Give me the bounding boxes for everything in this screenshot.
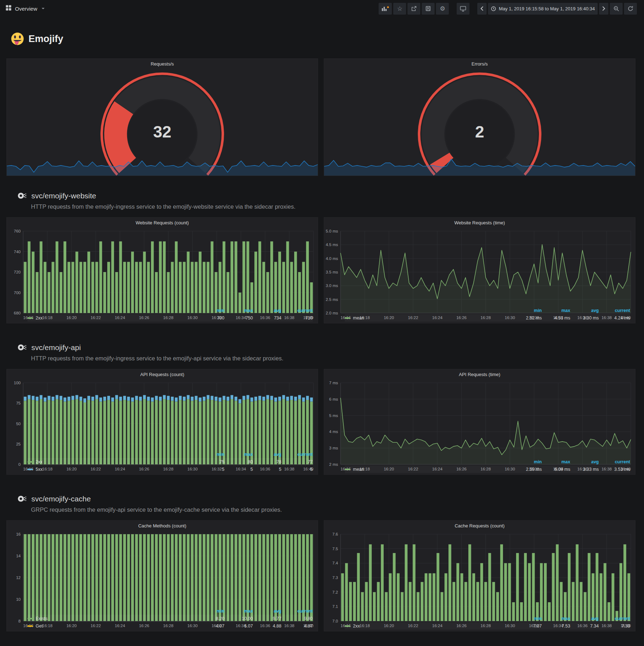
api-requests-count-panel: API Requests (count) 025507510016:1616:1… <box>6 369 318 475</box>
svg-text:25: 25 <box>16 442 21 446</box>
legend-stat: 80 <box>224 459 253 464</box>
legend-header-min[interactable]: min <box>196 609 224 614</box>
tv-mode-button[interactable] <box>457 3 469 15</box>
legend-header-current[interactable]: current <box>599 459 630 464</box>
legend-header: minmaxavgcurrent <box>27 608 313 615</box>
legend-header-avg[interactable]: avg <box>253 609 281 614</box>
requests-gauge-panel: Requests/s 32 <box>6 58 318 176</box>
legend-header-avg[interactable]: avg <box>570 459 599 464</box>
legend-header-avg[interactable]: avg <box>253 452 281 457</box>
svg-text:3 ms: 3 ms <box>329 446 338 450</box>
add-panel-button[interactable] <box>379 3 392 15</box>
time-range-label: May 1, 2019 16:15:58 to May 1, 2019 16:4… <box>499 6 595 11</box>
legend-header-current[interactable]: current <box>281 308 313 313</box>
panel-title[interactable]: API Requests (time) <box>324 369 635 380</box>
zoom-out-button[interactable] <box>610 3 623 15</box>
panel-title[interactable]: Website Requests (count) <box>7 218 318 228</box>
star-button[interactable]: ☆ <box>393 3 406 15</box>
legend-header-avg[interactable]: avg <box>570 308 599 313</box>
legend-header-max[interactable]: max <box>224 452 253 457</box>
save-button[interactable] <box>422 3 435 15</box>
svg-text:2.5 ms: 2.5 ms <box>326 297 338 302</box>
panel-title[interactable]: Errors/s <box>324 59 635 69</box>
legend-stat: 4.88 <box>253 624 281 629</box>
legend-header-min[interactable]: min <box>513 459 542 464</box>
legend-header-max[interactable]: max <box>224 308 253 313</box>
errors-gauge-panel: Errors/s 2 <box>324 58 635 176</box>
legend-header: minmaxavgcurrent <box>345 615 630 622</box>
svg-text:7.1: 7.1 <box>332 604 338 609</box>
chevron-down-icon[interactable] <box>42 8 45 9</box>
dashboard-title[interactable]: Overview <box>15 6 37 12</box>
section-emojify-api: svc/emojify-api HTTP requests from the e… <box>6 343 635 362</box>
legend-series-mean[interactable]: mean <box>345 316 513 321</box>
legend-stat: 5 <box>224 467 253 472</box>
svg-text:7.5: 7.5 <box>332 547 338 551</box>
legend-header-max[interactable]: max <box>542 308 570 313</box>
svg-text:740: 740 <box>14 250 21 254</box>
share-icon <box>411 6 417 11</box>
legend-header-avg[interactable]: avg <box>570 616 599 621</box>
apps-grid-icon[interactable] <box>6 5 11 12</box>
settings-button[interactable]: ⚙ <box>436 3 449 15</box>
legend-header-max[interactable]: max <box>542 459 570 464</box>
legend-header-current[interactable]: current <box>281 609 313 614</box>
series-color-swatch <box>345 625 350 627</box>
legend-header-min[interactable]: min <box>196 452 224 457</box>
chart-legend: minmaxavgcurrent2xx758078775xx5555 <box>7 451 318 474</box>
section-description: HTTP requests from the emojify-ingress s… <box>17 203 635 210</box>
time-back-button[interactable] <box>477 3 487 15</box>
refresh-button[interactable] <box>624 3 637 15</box>
legend-stat: 9.77 <box>253 616 281 621</box>
legend-stat: 7.33 <box>599 624 630 629</box>
top-navbar: Overview ☆ ⚙ May 1, 2019 16:15:58 to May… <box>0 0 644 17</box>
legend-stat: 3.30 ms <box>570 316 599 321</box>
panel-title[interactable]: Cache Requests (count) <box>324 521 635 531</box>
legend-stat: 4.07 <box>196 624 224 629</box>
legend-series-row: Exists8.2010.009.779.80 <box>27 615 313 622</box>
legend-header-min[interactable]: min <box>513 616 542 621</box>
chart-legend: minmaxavgcurrentExists8.2010.009.779.80G… <box>7 608 318 631</box>
panel-title[interactable]: Website Requests (time) <box>324 218 635 228</box>
legend-header-current[interactable]: current <box>599 308 630 313</box>
tongue-emoji-icon <box>11 32 24 46</box>
legend-header-min[interactable]: min <box>196 308 224 313</box>
legend-series-row: 2xx75807877 <box>27 458 313 465</box>
section-title: svc/emojify-website <box>31 192 96 200</box>
legend-series-2xx[interactable]: 2xx <box>27 316 196 321</box>
legend-header-max[interactable]: max <box>224 609 253 614</box>
time-forward-button[interactable] <box>599 3 608 15</box>
website-requests-count-panel: Website Requests (count) 680700720740760… <box>6 217 318 323</box>
panel-title[interactable]: Cache Methods (count) <box>7 521 318 531</box>
legend-series-2xx[interactable]: 2xx <box>345 624 513 629</box>
star-icon: ☆ <box>397 6 402 12</box>
legend-series-row: mean2.59 ms6.08 ms3.33 ms3.53 ms <box>345 465 630 473</box>
zoom-out-icon <box>613 6 619 12</box>
legend-stat: 5 <box>281 467 313 472</box>
legend-series-5xx[interactable]: 5xx <box>27 467 196 472</box>
legend-header-min[interactable]: min <box>513 308 542 313</box>
svg-text:16: 16 <box>16 532 21 536</box>
chart-plot: 81012141616:1616:1816:2016:2216:2416:261… <box>7 531 318 608</box>
panel-title[interactable]: API Requests (count) <box>7 369 318 380</box>
legend-header-avg[interactable]: avg <box>253 308 281 313</box>
legend-header: minmaxavgcurrent <box>345 458 630 465</box>
svg-text:4.0 ms: 4.0 ms <box>326 256 338 261</box>
panel-title[interactable]: Requests/s <box>7 59 318 69</box>
chart-legend: minmaxavgcurrent2xx7.077.537.347.33 <box>324 615 635 631</box>
section-description: HTTP requests from the emojify-ingress s… <box>17 355 635 362</box>
chart-plot: 7.07.17.27.37.47.57.616:1616:1816:2016:2… <box>324 531 635 615</box>
legend-header-current[interactable]: current <box>281 452 313 457</box>
legend-series-2xx[interactable]: 2xx <box>27 459 196 464</box>
legend-series-Get[interactable]: Get <box>27 624 196 629</box>
legend-header-max[interactable]: max <box>542 616 570 621</box>
legend-stat: 6.08 ms <box>542 467 570 472</box>
legend-series-Exists[interactable]: Exists <box>27 616 196 621</box>
legend-header-current[interactable]: current <box>599 616 630 621</box>
share-button[interactable] <box>407 3 420 15</box>
gauge-value: 2 <box>324 122 635 141</box>
time-range-button[interactable]: May 1, 2019 16:15:58 to May 1, 2019 16:4… <box>488 3 598 15</box>
svg-text:4 ms: 4 ms <box>329 429 338 434</box>
section-emojify-website: svc/emojify-website HTTP requests from t… <box>6 191 635 210</box>
legend-series-mean[interactable]: mean <box>345 467 513 472</box>
